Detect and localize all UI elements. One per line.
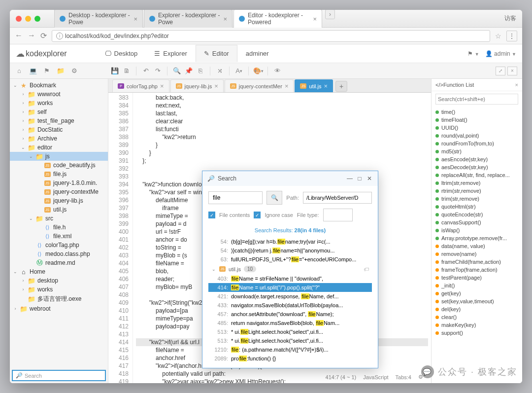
wrap-icon[interactable]: ⎘ bbox=[196, 67, 205, 75]
browser-tab-3[interactable]: Editor - kodexplorer - Powered× bbox=[233, 10, 322, 28]
browser-tab-2[interactable]: Explorer - kodexplorer - Powe× bbox=[144, 10, 233, 28]
tree-node-works[interactable]: ›📁works bbox=[10, 99, 108, 107]
search-result[interactable]: 54:(b[g]=e[g]);var h=b.filename;try{var … bbox=[208, 237, 372, 246]
minimize-icon[interactable]: — bbox=[346, 175, 353, 182]
search-result[interactable]: 513:* ui.fileLight.select.hook("select",… bbox=[208, 327, 372, 336]
tree-node-util-js[interactable]: JSutil.js bbox=[10, 205, 108, 214]
pin-icon[interactable]: 📌 bbox=[184, 67, 193, 75]
search-result[interactable]: 485:return navigator.msSaveBlob(blob, fi… bbox=[208, 319, 372, 327]
search-result[interactable]: 1210:file: (a.pathname.match(/\/([^\/?#]… bbox=[208, 345, 372, 354]
tree-node-jquery-1-8-0-min-[interactable]: JSjquery-1.8.0.min. bbox=[10, 179, 108, 187]
forward-button[interactable]: → bbox=[28, 31, 35, 40]
close-icon[interactable]: × bbox=[313, 15, 317, 23]
tree-node-colortag-php[interactable]: ⟨⟩colorTag.php bbox=[10, 241, 108, 250]
tabs-indicator[interactable]: Tabs:4 bbox=[396, 374, 411, 380]
close-icon[interactable]: × bbox=[160, 82, 164, 90]
function-item[interactable]: set(key,value,timeout) bbox=[432, 297, 522, 305]
function-item[interactable]: frameTop(frame,action) bbox=[432, 266, 522, 274]
function-item[interactable]: time() bbox=[432, 108, 522, 116]
back-button[interactable]: ← bbox=[15, 31, 23, 40]
close-icon[interactable]: × bbox=[223, 15, 227, 23]
tree-node-bookmark[interactable]: ⌄★Bookmark bbox=[10, 81, 108, 90]
close-icon[interactable]: × bbox=[285, 82, 289, 90]
tree-node-src[interactable]: ⌄📁src bbox=[10, 214, 108, 223]
new-tab-button[interactable]: › bbox=[325, 10, 335, 19]
tree-node-js[interactable]: ⌄📁js bbox=[10, 152, 108, 161]
function-item[interactable]: quoteHtml(str) bbox=[432, 203, 522, 211]
close-icon[interactable]: × bbox=[324, 82, 328, 90]
home-icon[interactable]: ⌂ bbox=[15, 67, 24, 75]
path-input[interactable]: /Library/WebServer/D bbox=[303, 192, 372, 204]
close-icon[interactable]: × bbox=[515, 82, 518, 88]
function-item[interactable]: data(name, value) bbox=[432, 242, 522, 250]
tree-node-works[interactable]: ›📁works bbox=[10, 285, 108, 294]
user-menu[interactable]: 👤 admin ▼ bbox=[485, 50, 516, 57]
close-icon[interactable]: × bbox=[214, 82, 218, 90]
flag-icon[interactable]: ⚑ ▼ bbox=[467, 50, 479, 57]
close-icon[interactable]: ✕ bbox=[366, 175, 373, 182]
url-input[interactable]: ilocalhost/kod/kod_dev/index.php?editor bbox=[52, 30, 490, 42]
save-icon[interactable]: 💾 bbox=[110, 67, 119, 75]
reload-button[interactable]: ⟳ bbox=[40, 31, 47, 40]
function-item[interactable]: ltrim(str,remove) bbox=[432, 179, 522, 187]
function-item[interactable]: isWap() bbox=[432, 226, 522, 234]
expand-button[interactable]: ⤢ bbox=[496, 67, 505, 75]
function-item[interactable]: aesEncode(str,key) bbox=[432, 155, 522, 163]
function-item[interactable]: timeFloat() bbox=[432, 116, 522, 124]
shuffle-icon[interactable]: ⤨ bbox=[215, 67, 224, 75]
tree-node-jquery-contextme[interactable]: JSjquery-contextMe bbox=[10, 187, 108, 196]
nav-explorer[interactable]: ☰Explorer bbox=[146, 45, 195, 62]
search-result[interactable]: 513:* ui.fileLight.select.hook("select",… bbox=[208, 336, 372, 345]
search-result[interactable]: 54:)}catch(j){return j.filename=h||"anon… bbox=[208, 246, 372, 255]
close-icon[interactable]: × bbox=[133, 15, 137, 23]
sidebar-search[interactable]: 🔎Search bbox=[12, 370, 106, 381]
function-item[interactable]: UUID() bbox=[432, 124, 522, 132]
preview-icon[interactable]: 👁 bbox=[273, 67, 282, 75]
function-item[interactable]: clear() bbox=[432, 313, 522, 321]
search-result[interactable]: 421:download(e.target.response, fileName… bbox=[208, 292, 372, 301]
ignore-case-checkbox[interactable]: ✓ bbox=[254, 212, 261, 218]
file-tab-util[interactable]: JSutil.js× bbox=[295, 79, 333, 92]
theme-icon[interactable]: 🎨 ▾ bbox=[254, 67, 263, 75]
nav-editor[interactable]: ✎Editor bbox=[196, 45, 237, 62]
tree-node-file-js[interactable]: JSfile.js bbox=[10, 170, 108, 179]
tree-node-code-beautify-js[interactable]: JScode_beautify.js bbox=[10, 161, 108, 170]
tree-node-jquery-lib-js[interactable]: JSjquery-lib.js bbox=[10, 196, 108, 205]
laptop-icon[interactable]: 💻 bbox=[29, 67, 37, 75]
gear-icon[interactable]: ⚙ bbox=[418, 374, 423, 380]
file-tab-contextmer[interactable]: JSjquery-contextMer× bbox=[225, 79, 294, 92]
redo-icon[interactable]: ↷ bbox=[153, 67, 162, 75]
file-contents-checkbox[interactable]: ✓ bbox=[208, 212, 215, 218]
bookmark-icon[interactable]: ☆ bbox=[495, 32, 501, 40]
tree-node-desktop[interactable]: ›📁desktop bbox=[10, 276, 108, 285]
search-file-group[interactable]: ⌄JSutil.js10🏷 bbox=[208, 264, 372, 274]
file-tab-jquerylib[interactable]: JSjquery-lib.js× bbox=[170, 79, 224, 92]
tree-node-home[interactable]: ⌄⌂Home bbox=[10, 267, 108, 276]
function-item[interactable]: frameChild(frame,action) bbox=[432, 258, 522, 266]
function-item[interactable]: makeKey(key) bbox=[432, 321, 522, 329]
function-item[interactable]: _init() bbox=[432, 282, 522, 289]
function-item[interactable]: roundFromTo(from,to) bbox=[432, 140, 522, 147]
tree-node-medoo-class-php[interactable]: ⟨⟩medoo.class.php bbox=[10, 250, 108, 258]
search-result[interactable]: 2089:profile:function() {} bbox=[208, 354, 372, 363]
function-item[interactable]: aesDecode(str,key) bbox=[432, 163, 522, 171]
tree-node-file-xml[interactable]: ⟨⟩file.xml bbox=[10, 232, 108, 241]
undo-icon[interactable]: ↶ bbox=[141, 67, 150, 75]
tree-node-docstatic[interactable]: ›📁DocStatic bbox=[10, 125, 108, 134]
function-item[interactable]: canvasSupport() bbox=[432, 218, 522, 226]
tree-node-wwwroot[interactable]: ›📁wwwroot bbox=[10, 90, 108, 99]
search-button[interactable]: 🔍 bbox=[266, 191, 282, 205]
function-item[interactable]: support() bbox=[432, 329, 522, 337]
function-item[interactable]: round(val,point) bbox=[432, 132, 522, 140]
search-result[interactable]: 433:navigator.msSaveBlob(dataUrlToBlob(p… bbox=[208, 301, 372, 310]
function-item[interactable]: del(key) bbox=[432, 305, 522, 313]
tree-node-file-h[interactable]: ⟨⟩file.h bbox=[10, 223, 108, 232]
nav-desktop[interactable]: 🖵Desktop bbox=[97, 45, 146, 62]
search-result[interactable]: 403:fileName = strFileName || "download"… bbox=[208, 274, 372, 283]
folder-icon[interactable]: 📁 bbox=[56, 67, 65, 75]
logo[interactable]: ☁kodexplorer bbox=[16, 48, 67, 59]
function-item[interactable]: testParent(page) bbox=[432, 274, 522, 282]
function-item[interactable]: replaceAll(str, find, replace... bbox=[432, 171, 522, 179]
tree-node-webroot[interactable]: ›📁webroot bbox=[10, 304, 108, 313]
function-item[interactable]: rtrim(str,remove) bbox=[432, 187, 522, 195]
